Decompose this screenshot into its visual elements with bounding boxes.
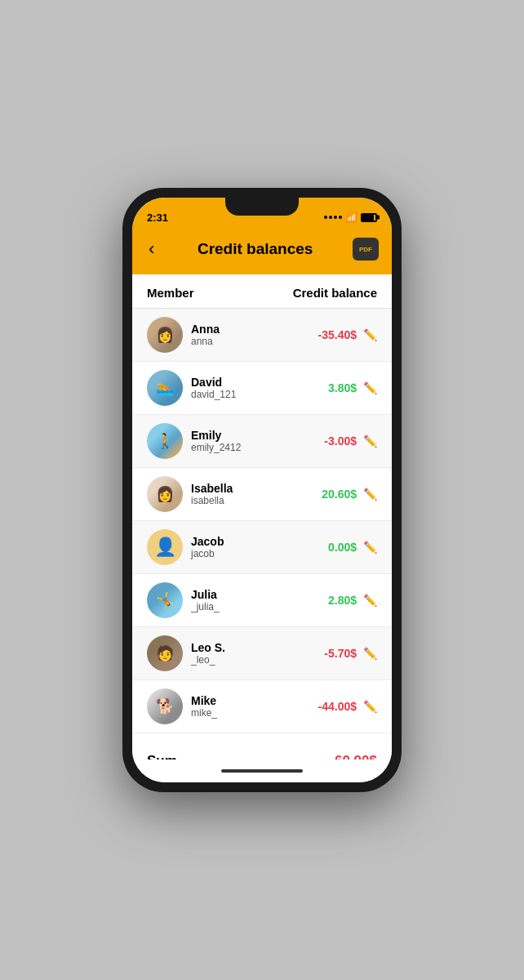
member-info: David david_121 <box>191 376 328 400</box>
member-info: Leo S. _leo_ <box>191 641 324 666</box>
member-name: David <box>191 376 328 389</box>
balance-value: 20.60$ <box>322 488 357 501</box>
edit-icon[interactable]: ✏️ <box>363 700 377 713</box>
edit-icon[interactable]: ✏️ <box>363 594 377 607</box>
member-username: isabella <box>191 495 322 506</box>
table-row: 🐕 Mike mike_ -44.00$ ✏️ <box>132 680 392 733</box>
balance-value: -5.70$ <box>324 647 357 660</box>
member-info: Julia _julia_ <box>191 588 328 612</box>
back-button[interactable]: ‹ <box>145 235 158 263</box>
phone-screen: 2:31 📶 ‹ Credit balances PDF <box>132 198 392 782</box>
member-list: 👩 Anna anna -35.40$ ✏️ 🏊 David david_121… <box>132 309 392 733</box>
status-bar: 2:31 📶 <box>132 198 392 229</box>
balance-section: 0.00$ ✏️ <box>328 541 377 554</box>
status-time: 2:31 <box>147 212 168 224</box>
phone-shell: 2:31 📶 ‹ Credit balances PDF <box>122 188 402 792</box>
person-icon: 👤 <box>154 537 176 558</box>
balance-section: -3.00$ ✏️ <box>324 434 377 448</box>
member-username: emily_2412 <box>191 442 324 453</box>
table-row: 🧑 Leo S. _leo_ -5.70$ ✏️ <box>132 627 392 680</box>
sum-label: Sum <box>147 753 177 760</box>
balance-value: -35.40$ <box>318 328 357 341</box>
member-name: Jacob <box>191 535 328 548</box>
balance-value: 0.00$ <box>328 541 357 554</box>
avatar: 🧑 <box>147 635 183 671</box>
balance-value: -3.00$ <box>324 434 357 448</box>
edit-icon[interactable]: ✏️ <box>363 328 377 341</box>
status-icons: 📶 <box>324 212 377 223</box>
table-row: 👤 Jacob jacob 0.00$ ✏️ <box>132 521 392 574</box>
member-name: Isabella <box>191 482 322 495</box>
table-row: 👩 Isabella isabella 20.60$ ✏️ <box>132 468 392 521</box>
member-username: jacob <box>191 548 328 559</box>
table-row: 🚶 Emily emily_2412 -3.00$ ✏️ <box>132 415 392 468</box>
member-username: _leo_ <box>191 654 324 666</box>
avatar-image: 🐕 <box>156 699 174 714</box>
avatar: 👤 <box>147 529 183 565</box>
edit-icon[interactable]: ✏️ <box>363 434 377 448</box>
battery-icon <box>361 213 377 222</box>
table-row: 👩 Anna anna -35.40$ ✏️ <box>132 309 392 362</box>
wifi-icon: 📶 <box>345 212 357 223</box>
balance-section: 3.80$ ✏️ <box>328 381 377 394</box>
member-info: Emily emily_2412 <box>191 429 324 453</box>
member-username: mike_ <box>191 707 318 719</box>
balance-section: -44.00$ ✏️ <box>318 700 377 713</box>
edit-icon[interactable]: ✏️ <box>363 488 377 501</box>
member-username: anna <box>191 336 318 347</box>
edit-icon[interactable]: ✏️ <box>363 381 377 394</box>
app-header: ‹ Credit balances PDF <box>132 229 392 274</box>
member-info: Isabella isabella <box>191 482 322 506</box>
avatar-image: 🤸 <box>156 593 174 608</box>
table-row: 🏊 David david_121 3.80$ ✏️ <box>132 362 392 415</box>
member-info: Anna anna <box>191 323 318 347</box>
member-name: Anna <box>191 323 318 336</box>
avatar-image: 👩 <box>156 327 174 342</box>
avatar-image: 👩 <box>156 487 174 501</box>
pdf-button[interactable]: PDF <box>353 238 379 261</box>
content-area: Member Credit balance 👩 Anna anna -35.40… <box>132 274 392 760</box>
balance-section: -35.40$ ✏️ <box>318 328 377 341</box>
balance-value: 3.80$ <box>328 381 357 394</box>
home-indicator <box>221 769 303 773</box>
edit-icon[interactable]: ✏️ <box>363 541 377 554</box>
balance-value: 2.80$ <box>328 594 357 607</box>
avatar: 🐕 <box>147 688 183 724</box>
sum-row: Sum -60.90$ <box>132 738 392 760</box>
signal-icon <box>324 216 342 219</box>
table-row: 🤸 Julia _julia_ 2.80$ ✏️ <box>132 574 392 627</box>
avatar: 🤸 <box>147 582 183 618</box>
balance-section: -5.70$ ✏️ <box>324 647 377 660</box>
avatar-image: 🏊 <box>156 381 174 395</box>
avatar: 👩 <box>147 476 183 512</box>
avatar: 🚶 <box>147 423 183 459</box>
balance-section: 20.60$ ✏️ <box>322 488 377 501</box>
member-name: Julia <box>191 588 328 601</box>
member-name: Emily <box>191 429 324 442</box>
member-name: Mike <box>191 694 318 707</box>
column-member: Member <box>147 286 194 300</box>
avatar-image: 🧑 <box>156 646 174 661</box>
member-username: _julia_ <box>191 601 328 612</box>
avatar: 🏊 <box>147 370 183 406</box>
avatar: 👩 <box>147 317 183 353</box>
notch <box>225 198 299 216</box>
member-info: Mike mike_ <box>191 694 318 719</box>
table-header: Member Credit balance <box>132 274 392 309</box>
member-name: Leo S. <box>191 641 324 654</box>
page-title: Credit balances <box>198 240 313 258</box>
member-info: Jacob jacob <box>191 535 328 559</box>
sum-value: -60.90$ <box>330 753 377 760</box>
member-username: david_121 <box>191 389 328 400</box>
column-balance: Credit balance <box>293 286 377 300</box>
balance-section: 2.80$ ✏️ <box>328 594 377 607</box>
balance-value: -44.00$ <box>318 700 357 713</box>
avatar-image: 🚶 <box>156 434 174 448</box>
edit-icon[interactable]: ✏️ <box>363 647 377 660</box>
pdf-label: PDF <box>359 246 372 253</box>
home-bar <box>132 760 392 782</box>
